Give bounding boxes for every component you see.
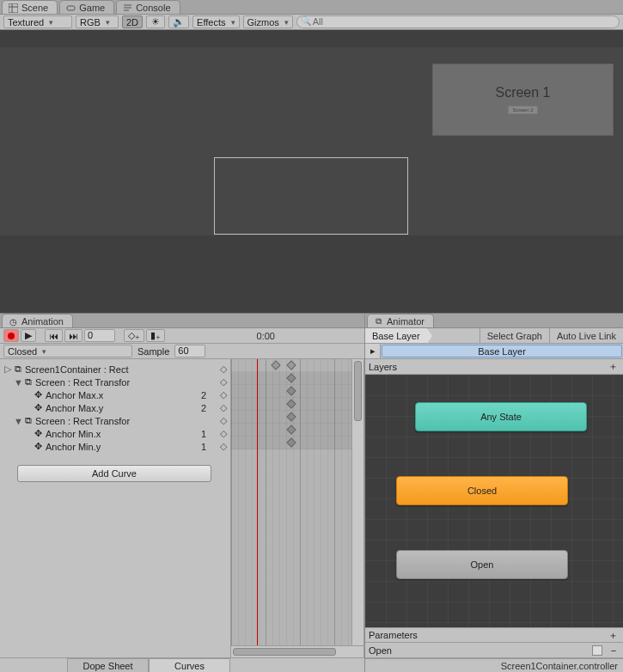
prop-label: Anchor Max.y bbox=[46, 403, 198, 413]
animator-icon: ⧉ bbox=[373, 316, 383, 327]
parameter-checkbox[interactable] bbox=[592, 645, 602, 656]
dope-sheet-button[interactable]: Dope Sheet bbox=[67, 658, 149, 672]
keyframe-toggle[interactable]: ◇ bbox=[218, 402, 229, 413]
prev-key-button[interactable]: ⏮ bbox=[45, 329, 63, 342]
clip-label: Closed bbox=[8, 346, 37, 357]
tab-scene[interactable]: Scene bbox=[2, 0, 58, 14]
sample-label: Sample bbox=[137, 346, 169, 357]
node-open[interactable]: Open bbox=[396, 550, 568, 579]
auto-live-link-button[interactable]: Auto Live Link bbox=[549, 328, 623, 343]
add-key-icon: ◇₊ bbox=[128, 330, 140, 341]
animation-timeline[interactable] bbox=[231, 359, 364, 657]
keyframe-toggle[interactable]: ◇ bbox=[218, 363, 229, 375]
status-bar: Screen1Container.controller bbox=[365, 658, 623, 672]
prop-row-transform-min[interactable]: ▼ ⧉ Screen : Rect Transfor ◇ bbox=[0, 414, 229, 427]
scene-search-input[interactable]: All bbox=[296, 15, 620, 28]
play-icon: ▶ bbox=[25, 330, 32, 341]
scroll-thumb[interactable] bbox=[233, 648, 336, 656]
gizmos-dropdown[interactable]: Gizmos bbox=[243, 15, 293, 28]
animator-graph[interactable]: Any State Closed Open bbox=[365, 375, 623, 627]
toggle-2d-label: 2D bbox=[126, 17, 138, 27]
tab-game[interactable]: Game bbox=[59, 0, 114, 14]
keyframe-toggle[interactable]: ◇ bbox=[218, 415, 229, 426]
shading-mode-dropdown[interactable]: Textured bbox=[3, 15, 72, 28]
playhead[interactable] bbox=[257, 359, 258, 657]
disclosure-icon[interactable]: ▼ bbox=[14, 416, 21, 426]
animation-tab-strip: ◷ Animation bbox=[0, 314, 364, 328]
select-graph-button[interactable]: Select Graph bbox=[479, 328, 549, 343]
layer-header: ▸ Base Layer bbox=[365, 344, 623, 359]
toggle-2d-button[interactable]: 2D bbox=[122, 15, 143, 28]
node-any-state[interactable]: Any State bbox=[415, 402, 587, 431]
anchor-icon: ✥ bbox=[34, 389, 42, 400]
breadcrumb[interactable]: Base Layer bbox=[365, 328, 428, 343]
toggle-lighting-button[interactable]: ☀ bbox=[146, 15, 165, 28]
scene-viewport[interactable]: Screen 1 Screen 2 bbox=[0, 30, 623, 314]
property-list: ▷ ⧉ Screen1Container : Rect ◇ ▼ ⧉ Screen… bbox=[0, 359, 231, 657]
add-parameter-button[interactable]: ＋ bbox=[606, 629, 620, 642]
prop-row-anchor-max-y[interactable]: ✥ Anchor Max.y 2 ◇ bbox=[0, 401, 229, 414]
clip-dropdown[interactable]: Closed bbox=[3, 345, 132, 357]
ui-screen-card[interactable]: Screen 1 Screen 2 bbox=[432, 64, 614, 136]
ui-screen-button[interactable]: Screen 2 bbox=[508, 106, 537, 114]
record-button[interactable] bbox=[3, 329, 19, 342]
scene-search-wrap: All bbox=[296, 15, 620, 28]
remove-parameter-button[interactable]: − bbox=[608, 645, 620, 656]
add-curve-button[interactable]: Add Curve bbox=[17, 465, 211, 482]
prop-value: 1 bbox=[201, 442, 215, 452]
status-text: Screen1Container.controller bbox=[501, 661, 618, 671]
canvas-outline bbox=[214, 157, 408, 235]
animator-tab-strip: ⧉ Animator bbox=[365, 314, 623, 328]
effects-label: Effects bbox=[197, 17, 225, 27]
next-key-button[interactable]: ⏭ bbox=[64, 329, 82, 342]
node-label: Closed bbox=[467, 486, 497, 496]
tab-animation[interactable]: ◷ Animation bbox=[2, 314, 73, 327]
scene-toolbar: Textured RGB 2D ☀ 🔈 Effects Gizmos All bbox=[0, 15, 623, 30]
add-keyframe-button[interactable]: ◇₊ bbox=[124, 329, 144, 342]
keyframe-toggle[interactable]: ◇ bbox=[218, 389, 229, 400]
sample-field[interactable]: 60 bbox=[174, 345, 205, 357]
tab-console-label: Console bbox=[136, 3, 170, 13]
prop-row-anchor-max-x[interactable]: ✥ Anchor Max.x 2 ◇ bbox=[0, 388, 229, 401]
prop-label: Anchor Min.x bbox=[46, 429, 198, 439]
node-closed[interactable]: Closed bbox=[396, 476, 568, 505]
prev-key-icon: ⏮ bbox=[49, 331, 58, 341]
clock-icon: ◷ bbox=[8, 316, 18, 327]
prop-row-transform-max[interactable]: ▼ ⧉ Screen : Rect Transfor ◇ bbox=[0, 376, 229, 388]
scroll-thumb[interactable] bbox=[354, 361, 362, 421]
add-layer-button[interactable]: ＋ bbox=[606, 360, 620, 373]
prop-row-anchor-min-y[interactable]: ✥ Anchor Min.y 1 ◇ bbox=[0, 440, 229, 453]
disclosure-icon[interactable]: ▼ bbox=[14, 377, 21, 388]
keyframe-toggle[interactable]: ◇ bbox=[218, 441, 229, 452]
parameters-header: Parameters ＋ bbox=[365, 627, 623, 643]
disclosure-icon[interactable]: ▷ bbox=[3, 363, 11, 375]
dope-sheet-label: Dope Sheet bbox=[82, 661, 132, 671]
timeline-hscroll[interactable] bbox=[231, 645, 363, 657]
timeline-vscroll[interactable] bbox=[351, 359, 363, 645]
render-mode-dropdown[interactable]: RGB bbox=[76, 15, 119, 28]
play-button[interactable]: ▶ bbox=[21, 329, 36, 342]
tab-animator[interactable]: ⧉ Animator bbox=[367, 314, 434, 327]
active-layer-label: Base Layer bbox=[478, 346, 526, 357]
parameter-name: Open bbox=[369, 645, 587, 656]
active-layer[interactable]: Base Layer bbox=[382, 345, 622, 357]
prop-value: 2 bbox=[201, 390, 215, 400]
toggle-audio-button[interactable]: 🔈 bbox=[168, 15, 189, 28]
effects-dropdown[interactable]: Effects bbox=[192, 15, 239, 28]
keyframe-toggle[interactable]: ◇ bbox=[218, 376, 229, 388]
add-event-button[interactable]: ▮₊ bbox=[146, 329, 165, 342]
keyframe-toggle[interactable]: ◇ bbox=[218, 428, 229, 439]
scene-icon bbox=[8, 3, 18, 13]
parameter-row[interactable]: Open − bbox=[365, 643, 623, 658]
layer-play-button[interactable]: ▸ bbox=[365, 344, 381, 358]
frame-field[interactable]: 0 bbox=[84, 329, 115, 342]
curves-button[interactable]: Curves bbox=[149, 658, 230, 672]
tab-console[interactable]: Console bbox=[116, 0, 180, 14]
record-icon bbox=[8, 333, 15, 339]
speaker-icon: 🔈 bbox=[173, 16, 185, 27]
anchor-icon: ✥ bbox=[34, 441, 42, 452]
prop-row-anchor-min-x[interactable]: ✥ Anchor Min.x 1 ◇ bbox=[0, 427, 229, 440]
prop-row-root[interactable]: ▷ ⧉ Screen1Container : Rect ◇ bbox=[0, 363, 229, 376]
rect-icon: ⧉ bbox=[25, 376, 32, 388]
animation-toolbar: ▶ ⏮ ⏭ 0 ◇₊ ▮₊ 0:00 bbox=[0, 328, 364, 344]
